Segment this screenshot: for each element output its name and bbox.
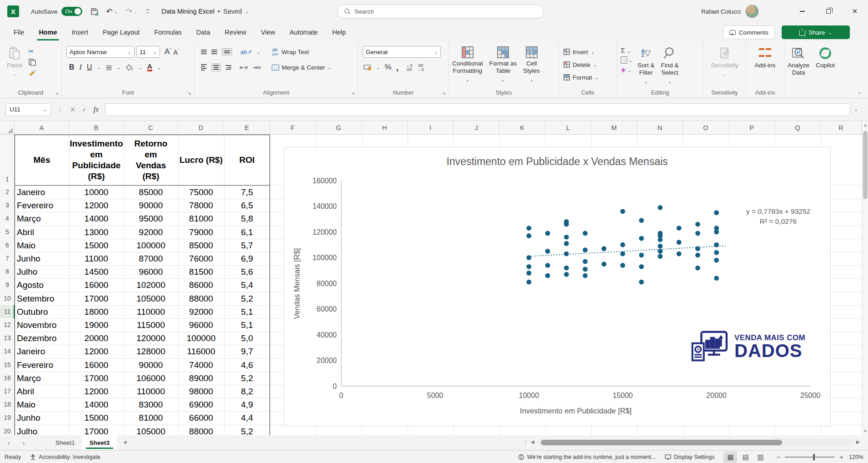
excel-app-icon[interactable]: X bbox=[7, 5, 19, 17]
cell-B10[interactable]: 17000 bbox=[69, 292, 124, 305]
display-settings-button[interactable]: Display Settings bbox=[660, 454, 719, 460]
increase-decimal-button[interactable]: ←0.00 bbox=[406, 63, 413, 71]
autosave-toggle[interactable]: On bbox=[61, 7, 82, 16]
cell-E7[interactable]: 6,9 bbox=[224, 252, 270, 265]
align-right-button[interactable] bbox=[225, 65, 231, 70]
cell-B13[interactable]: 20000 bbox=[69, 332, 124, 345]
new-sheet-button[interactable]: + bbox=[123, 438, 128, 447]
accessibility-status[interactable]: Accessibility: Investigate bbox=[25, 454, 105, 460]
page-break-view-button[interactable]: ▥ bbox=[753, 452, 767, 463]
confirm-entry-button[interactable]: ✓ bbox=[82, 106, 87, 113]
cell-D20[interactable]: 88000 bbox=[178, 425, 224, 435]
cell-E20[interactable]: 5,2 bbox=[224, 425, 270, 435]
collapse-ribbon-chevron-icon[interactable]: ⌄ bbox=[858, 89, 862, 95]
column-header-H[interactable]: H bbox=[362, 121, 408, 135]
decrease-font-button[interactable]: Aˇ bbox=[174, 48, 179, 56]
add-ins-button[interactable]: Add-ins bbox=[746, 45, 784, 70]
column-header-A[interactable]: A bbox=[15, 121, 69, 135]
cell-D4[interactable]: 81000 bbox=[178, 212, 224, 225]
cut-button[interactable]: ✂ bbox=[29, 47, 36, 55]
zoom-in-button[interactable]: + bbox=[839, 453, 843, 461]
column-header-C[interactable]: C bbox=[124, 121, 178, 135]
font-name-combo[interactable]: Aptos Narrow⌄ bbox=[66, 46, 135, 58]
paste-button[interactable]: Paste ⌄ bbox=[4, 45, 26, 79]
borders-button[interactable]: ⊞ bbox=[106, 63, 112, 72]
fill-color-chevron-icon[interactable]: ⌄ bbox=[139, 65, 142, 70]
cell-B2[interactable]: 10000 bbox=[69, 186, 124, 199]
cell-E11[interactable]: 5,1 bbox=[224, 305, 270, 318]
document-save-status[interactable]: Saved bbox=[223, 8, 242, 15]
comma-style-button[interactable]: , bbox=[396, 62, 399, 73]
cell-B17[interactable]: 12000 bbox=[69, 385, 124, 398]
sensitivity-button[interactable]: Sensitivity ⌄ bbox=[703, 45, 746, 79]
column-header-P[interactable]: P bbox=[729, 121, 775, 135]
ribbon-tab-review[interactable]: Review bbox=[217, 25, 254, 40]
format-painter-button[interactable] bbox=[29, 69, 36, 76]
formula-input[interactable] bbox=[105, 103, 850, 116]
ribbon-tab-data[interactable]: Data bbox=[189, 25, 218, 40]
cell-E6[interactable]: 5,7 bbox=[224, 239, 270, 252]
row-header-4[interactable]: 4 bbox=[0, 212, 15, 225]
orientation-chevron-icon[interactable]: ⌄ bbox=[256, 50, 260, 55]
undo-button[interactable]: ↶⌄ bbox=[106, 7, 118, 16]
cell-B3[interactable]: 12000 bbox=[69, 199, 124, 212]
cell-A7[interactable]: Junho bbox=[15, 252, 69, 265]
decrease-indent-button[interactable]: ⇤≡ bbox=[239, 64, 248, 71]
column-header-B[interactable]: B bbox=[69, 121, 124, 135]
column-header-I[interactable]: I bbox=[408, 121, 454, 135]
chart[interactable]: Investimento em Publicidade x Vendas Men… bbox=[284, 147, 831, 426]
cell-C15[interactable]: 90000 bbox=[124, 358, 178, 372]
hscroll-right-icon[interactable]: ▶ bbox=[856, 439, 860, 444]
zoom-slider-thumb[interactable] bbox=[813, 454, 815, 460]
cell-D2[interactable]: 75000 bbox=[178, 186, 224, 199]
row-header-17[interactable]: 17 bbox=[0, 385, 15, 398]
column-header-D[interactable]: D bbox=[178, 121, 224, 135]
cell-C2[interactable]: 85000 bbox=[124, 186, 178, 199]
row-header-20[interactable]: 20 bbox=[0, 425, 15, 435]
cell-C9[interactable]: 102000 bbox=[124, 278, 178, 292]
cell-D9[interactable]: 86000 bbox=[178, 278, 224, 292]
font-color-chevron-icon[interactable]: ⌄ bbox=[157, 65, 161, 70]
minimize-button[interactable] bbox=[789, 0, 815, 23]
column-header-R[interactable]: R bbox=[821, 121, 862, 135]
cell-E8[interactable]: 5,6 bbox=[224, 265, 270, 278]
search-input[interactable]: Search bbox=[337, 5, 544, 18]
cell-C10[interactable]: 105000 bbox=[124, 292, 178, 305]
row-header-3[interactable]: 3 bbox=[0, 199, 15, 212]
ribbon-tab-help[interactable]: Help bbox=[325, 25, 353, 40]
cell-C13[interactable]: 120000 bbox=[124, 332, 178, 345]
underline-chevron-icon[interactable]: ⌄ bbox=[97, 65, 100, 70]
cell-B12[interactable]: 19000 bbox=[69, 318, 124, 332]
table-header-cell-E[interactable]: ROI bbox=[224, 135, 270, 186]
save-button[interactable] bbox=[90, 8, 98, 15]
cell-A12[interactable]: Novembro bbox=[15, 318, 69, 332]
cell-E2[interactable]: 7,5 bbox=[224, 186, 270, 199]
orientation-button[interactable]: ab↗ bbox=[240, 49, 252, 55]
cell-D16[interactable]: 89000 bbox=[178, 372, 224, 385]
cell-E12[interactable]: 5,1 bbox=[224, 318, 270, 332]
cell-D19[interactable]: 66000 bbox=[178, 411, 224, 424]
cell-E16[interactable]: 5,2 bbox=[224, 372, 270, 385]
cell-D5[interactable]: 79000 bbox=[178, 226, 224, 239]
horizontal-scrollbar-thumb[interactable] bbox=[541, 440, 782, 445]
table-header-cell-A[interactable]: Mês bbox=[15, 135, 69, 186]
cell-C11[interactable]: 110000 bbox=[124, 305, 178, 318]
cell-B7[interactable]: 11000 bbox=[69, 252, 124, 265]
zoom-out-button[interactable]: − bbox=[776, 453, 780, 461]
hscroll-left-icon[interactable]: ◀ bbox=[531, 439, 534, 444]
cell-A5[interactable]: Abril bbox=[15, 226, 69, 239]
row-header-10[interactable]: 10 bbox=[0, 292, 15, 305]
cell-A4[interactable]: Março bbox=[15, 212, 69, 225]
ribbon-tab-insert[interactable]: Insert bbox=[65, 25, 95, 40]
comments-button[interactable]: Comments bbox=[723, 25, 775, 39]
row-header-14[interactable]: 14 bbox=[0, 345, 15, 358]
copilot-button[interactable]: Copilot bbox=[813, 45, 838, 98]
analyze-data-button[interactable]: Analyze Data bbox=[784, 45, 813, 98]
page-layout-view-button[interactable]: ▤ bbox=[738, 452, 752, 463]
sheet-next-icon[interactable]: › bbox=[17, 439, 30, 447]
cell-B20[interactable]: 17000 bbox=[69, 425, 124, 435]
fill-color-button[interactable] bbox=[126, 64, 134, 71]
row-header-9[interactable]: 9 bbox=[0, 278, 15, 292]
cell-B14[interactable]: 12000 bbox=[69, 345, 124, 358]
title-chevron-icon[interactable]: ⌄ bbox=[245, 9, 249, 14]
